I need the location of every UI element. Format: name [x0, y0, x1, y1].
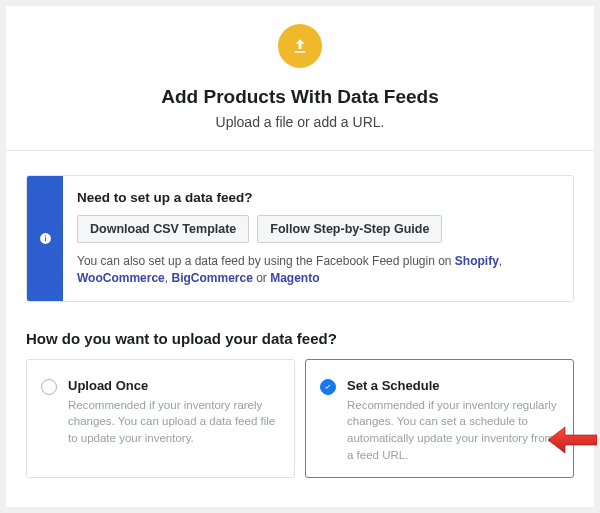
link-woocommerce[interactable]: WooCommerce — [77, 271, 165, 285]
info-icon — [27, 176, 63, 301]
option-desc: Recommended if your inventory regularly … — [347, 397, 559, 464]
follow-guide-button[interactable]: Follow Step-by-Step Guide — [257, 215, 442, 243]
option-title: Set a Schedule — [347, 378, 559, 393]
page-subtitle: Upload a file or add a URL. — [26, 114, 574, 130]
link-bigcommerce[interactable]: BigCommerce — [171, 271, 252, 285]
option-title: Upload Once — [68, 378, 280, 393]
info-card: Need to set up a data feed? Download CSV… — [26, 175, 574, 302]
upload-icon — [278, 24, 322, 68]
info-help-text: You can also set up a data feed by using… — [77, 253, 557, 287]
annotation-arrow-icon — [547, 426, 597, 458]
upload-question: How do you want to upload your data feed… — [6, 312, 594, 359]
link-shopify[interactable]: Shopify — [455, 254, 499, 268]
radio-checked-icon — [320, 379, 336, 395]
info-title: Need to set up a data feed? — [77, 190, 557, 205]
option-upload-once[interactable]: Upload Once Recommended if your inventor… — [26, 359, 295, 479]
page-title: Add Products With Data Feeds — [26, 86, 574, 108]
radio-unchecked-icon — [41, 379, 57, 395]
option-desc: Recommended if your inventory rarely cha… — [68, 397, 280, 447]
svg-rect-2 — [44, 235, 45, 236]
download-csv-button[interactable]: Download CSV Template — [77, 215, 249, 243]
option-set-schedule[interactable]: Set a Schedule Recommended if your inven… — [305, 359, 574, 479]
link-magento[interactable]: Magento — [270, 271, 319, 285]
svg-rect-1 — [44, 237, 45, 241]
